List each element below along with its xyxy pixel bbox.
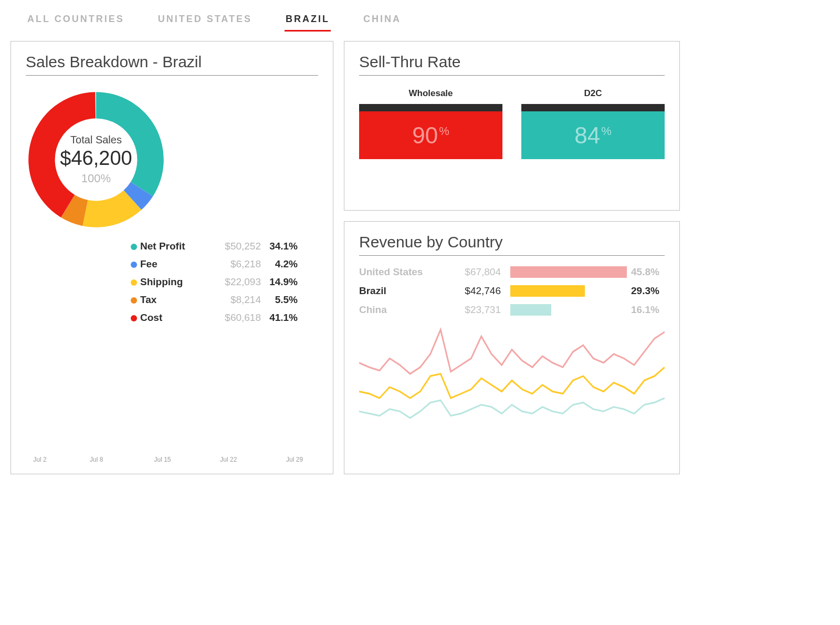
revenue-trend-chart — [359, 321, 665, 431]
legend-name: Fee — [140, 258, 208, 270]
legend-pct: 14.9% — [261, 276, 298, 288]
tab-all-countries[interactable]: ALL COUNTRIES — [26, 11, 125, 32]
revenue-title: Revenue by Country — [359, 233, 665, 251]
sell-thru-title: Sell-Thru Rate — [359, 53, 665, 71]
legend-dot — [131, 262, 137, 268]
tab-china[interactable]: CHINA — [362, 11, 402, 32]
x-tick: Jul 22 — [220, 456, 237, 463]
legend-name: Tax — [140, 294, 208, 306]
revenue-country-bar — [510, 304, 551, 316]
legend-value: $50,252 — [208, 241, 261, 252]
sales-breakdown-panel: Sales Breakdown - Brazil Total Sales $46… — [10, 41, 333, 474]
revenue-country-bar — [510, 285, 585, 297]
tab-united-states[interactable]: UNITED STATES — [157, 11, 253, 32]
sellthru-value: 90% — [412, 122, 449, 149]
sellthru-wholesale: Wholesale90% — [359, 88, 502, 159]
legend-dot — [131, 315, 137, 321]
country-tabs: ALL COUNTRIESUNITED STATESBRAZILCHINA — [10, 11, 682, 41]
revenue-country-pct: 45.8% — [628, 266, 665, 278]
sellthru-label: D2C — [521, 88, 665, 99]
revenue-country-value: $42,746 — [448, 285, 501, 297]
total-sales-value: $46,200 — [60, 147, 132, 170]
total-sales-label: Total Sales — [70, 134, 122, 146]
x-tick: Jul 29 — [286, 456, 303, 463]
revenue-country-name: China — [359, 304, 448, 316]
sales-donut-chart: Total Sales $46,200 100% — [23, 86, 170, 233]
total-sales-pct: 100% — [81, 172, 111, 185]
sellthru-value: 84% — [574, 122, 612, 149]
sellthru-label: Wholesale — [359, 88, 502, 99]
legend-name: Net Profit — [140, 241, 208, 252]
revenue-country-name: United States — [359, 266, 448, 278]
legend-name: Shipping — [140, 276, 208, 288]
x-tick: Jul 8 — [90, 456, 103, 463]
sales-title: Sales Breakdown - Brazil — [26, 53, 318, 71]
legend-dot — [131, 279, 137, 286]
x-tick: Jul 2 — [33, 456, 46, 463]
legend-dot — [131, 244, 137, 250]
legend-pct: 4.2% — [261, 258, 298, 270]
legend-value: $8,214 — [208, 294, 261, 306]
legend-value: $60,618 — [208, 312, 261, 324]
legend-pct: 41.1% — [261, 312, 298, 324]
revenue-country-name: Brazil — [359, 285, 448, 297]
revenue-country-bar — [510, 266, 627, 278]
revenue-by-country-panel: Revenue by Country United States$67,8044… — [344, 221, 680, 474]
sales-stacked-bar-chart: Jul 2Jul 8Jul 15Jul 22Jul 29 — [26, 330, 318, 466]
revenue-country-pct: 29.3% — [628, 285, 665, 297]
revenue-country-rows: United States$67,80445.8%Brazil$42,74629… — [359, 266, 665, 316]
legend-pct: 34.1% — [261, 241, 298, 252]
revenue-country-pct: 16.1% — [628, 304, 665, 316]
sellthru-d2c: D2C84% — [521, 88, 665, 159]
legend-value: $6,218 — [208, 258, 261, 270]
sell-thru-panel: Sell-Thru Rate Wholesale90%D2C84% — [344, 41, 680, 211]
legend-dot — [131, 297, 137, 304]
legend-value: $22,093 — [208, 276, 261, 288]
legend-name: Cost — [140, 312, 208, 324]
revenue-country-value: $67,804 — [448, 266, 501, 278]
sales-legend: Net Profit$50,25234.1%Fee$6,2184.2%Shipp… — [131, 241, 318, 324]
x-tick: Jul 15 — [154, 456, 171, 463]
legend-pct: 5.5% — [261, 294, 298, 306]
tab-brazil[interactable]: BRAZIL — [285, 11, 331, 32]
revenue-country-value: $23,731 — [448, 304, 501, 316]
